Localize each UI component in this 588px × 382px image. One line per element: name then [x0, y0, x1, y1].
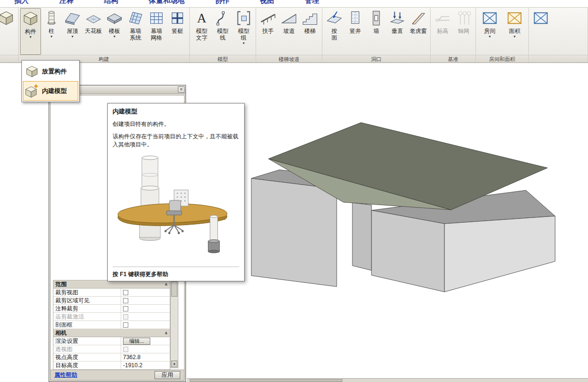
button-ceiling[interactable]: 天花板 — [83, 8, 104, 55]
button-model-group[interactable]: 模型组▼ — [233, 8, 254, 55]
ribbon-tab[interactable]: 协作 — [215, 0, 229, 5]
button-dormer[interactable]: 老虎窗 — [408, 8, 429, 55]
property-value[interactable] — [121, 321, 170, 329]
button-mullion[interactable]: 竖梃 — [167, 8, 188, 55]
button-room[interactable]: 房间▼ — [477, 8, 502, 55]
scroll-down-icon[interactable]: ▼ — [171, 361, 177, 367]
svg-text:A: A — [197, 11, 206, 25]
cube-icon — [0, 10, 15, 27]
model-line-icon — [214, 10, 231, 27]
button-room[interactable] — [530, 8, 551, 55]
ribbon-group-build: 构件▼柱▼屋顶▼天花板楼板▼幕墙系统幕墙网格竖梃构建 — [19, 8, 190, 62]
button-cube[interactable]: 构件▼ — [20, 8, 41, 55]
chevron-down-icon: ▼ — [71, 35, 74, 39]
checkbox[interactable] — [123, 322, 128, 328]
button-label: 柱 — [49, 28, 54, 34]
shaft-icon — [347, 10, 364, 27]
button-curtain-grid[interactable]: 幕墙网格 — [146, 8, 167, 55]
button-floor[interactable]: 楼板▼ — [104, 8, 125, 55]
button-level[interactable]: 标高 — [432, 8, 453, 55]
property-row: 目标高度-1910.2 — [53, 361, 170, 370]
property-value[interactable] — [121, 289, 170, 296]
property-row: 裁剪区域可见 — [53, 297, 170, 305]
property-label: 相机 — [53, 329, 121, 337]
button-label: 楼板 — [109, 28, 120, 34]
button-by-face[interactable]: 按面 — [324, 8, 345, 55]
button-railing[interactable]: 扶手 — [258, 8, 279, 55]
property-value[interactable] — [121, 313, 170, 320]
collapse-icon[interactable]: ∧ — [165, 329, 168, 337]
ribbon-tab[interactable]: 插入 — [14, 0, 29, 5]
ribbon: 构件▼柱▼屋顶▼天花板楼板▼幕墙系统幕墙网格竖梃构建A模型文字模型线模型组▼模型… — [0, 7, 588, 63]
checkbox[interactable] — [123, 290, 128, 295]
property-value[interactable] — [121, 345, 170, 353]
menu-item-model-in-place[interactable]: 内建模型 — [23, 81, 78, 101]
checkbox[interactable] — [123, 347, 128, 352]
ribbon-tab[interactable]: 体量和场地 — [149, 0, 185, 5]
checkbox[interactable] — [123, 314, 128, 320]
property-value[interactable]: -1910.2 — [121, 361, 170, 369]
button-model-text[interactable]: A模型文字 — [191, 8, 212, 55]
room-icon — [481, 10, 498, 27]
button-label: 墙 — [373, 28, 379, 34]
place-component-icon — [25, 64, 39, 79]
chevron-down-icon: ▼ — [488, 35, 492, 39]
property-section[interactable]: 相机∧ — [53, 329, 170, 337]
roof-icon — [64, 10, 81, 27]
button-shaft[interactable]: 竖井 — [345, 8, 366, 55]
button-area[interactable]: 面积▼ — [502, 8, 527, 55]
edit-button[interactable]: 编辑... — [123, 338, 150, 345]
property-row: 渲染设置编辑... — [53, 337, 170, 345]
apply-button[interactable]: 应用 — [155, 371, 180, 379]
button-grid[interactable]: 轴网 — [453, 8, 474, 55]
grid-icon — [455, 10, 472, 27]
button-cube[interactable] — [0, 8, 17, 55]
property-label: 注释裁剪 — [53, 305, 121, 312]
checkbox[interactable] — [123, 298, 128, 303]
hscrollbar-thumb[interactable] — [190, 379, 342, 382]
button-vertical[interactable]: 垂直 — [387, 8, 408, 55]
tooltip-description-1: 创建项目特有的构件。 — [113, 120, 239, 128]
button-label: 构件 — [25, 28, 36, 35]
property-section[interactable]: 范围∧ — [53, 280, 170, 289]
ribbon-group-stairs-ramp: 扶手坡道楼梯楼梯坡道 — [256, 8, 322, 62]
menu-item-label: 放置构件 — [42, 67, 67, 76]
ribbon-tab[interactable]: 视图 — [260, 0, 274, 5]
model-group-icon — [235, 10, 252, 27]
button-wall-opening[interactable]: 墙 — [366, 8, 387, 55]
close-icon[interactable]: × — [178, 86, 185, 93]
menu-item-label: 内建模型 — [42, 87, 67, 95]
scrollbar-thumb[interactable] — [171, 281, 177, 297]
floor-icon — [106, 10, 123, 27]
model-in-place-tooltip: 内建模型 创建项目特有的构件。 该构件仅存在于当前项目的上下文中，且不能被载入其… — [107, 103, 245, 281]
properties-scrollbar[interactable]: ▼ — [170, 280, 178, 368]
vertical-icon — [389, 10, 406, 27]
button-label: 面积 — [509, 28, 520, 34]
menu-item-place-component[interactable]: 放置构件 — [23, 62, 78, 81]
stairs-icon — [301, 10, 319, 27]
property-label: 透视图 — [53, 345, 121, 353]
button-ramp[interactable]: 坡道 — [279, 8, 299, 55]
property-label: 远剪裁激活 — [53, 313, 121, 320]
property-row: 注释裁剪 — [53, 305, 170, 313]
button-model-line[interactable]: 模型线 — [212, 8, 233, 55]
button-curtain-system[interactable]: 幕墙系统 — [125, 8, 146, 55]
horizontal-scrollbar[interactable] — [187, 378, 588, 382]
by-face-icon — [326, 10, 343, 27]
ribbon-tab[interactable]: 管理 — [305, 0, 319, 5]
button-label: 竖井 — [350, 28, 361, 34]
collapse-icon[interactable]: ∧ — [165, 280, 168, 288]
button-column[interactable]: 柱▼ — [41, 8, 62, 55]
property-value[interactable] — [121, 305, 170, 312]
property-value[interactable]: 7362.8 — [121, 353, 170, 361]
ribbon-tab[interactable]: 注释 — [59, 0, 73, 5]
ribbon-tab[interactable]: 结构 — [104, 0, 118, 5]
property-value[interactable]: 编辑... — [121, 337, 170, 345]
ribbon-group-opening: 按面竖井墙垂直老虎窗洞口 — [322, 8, 431, 62]
button-roof[interactable]: 屋顶▼ — [62, 8, 83, 55]
area-icon — [506, 10, 523, 27]
property-value[interactable] — [121, 297, 170, 304]
checkbox[interactable] — [123, 306, 128, 311]
property-help-link[interactable]: 属性帮助 — [54, 371, 77, 379]
button-stairs[interactable]: 楼梯 — [299, 8, 320, 55]
